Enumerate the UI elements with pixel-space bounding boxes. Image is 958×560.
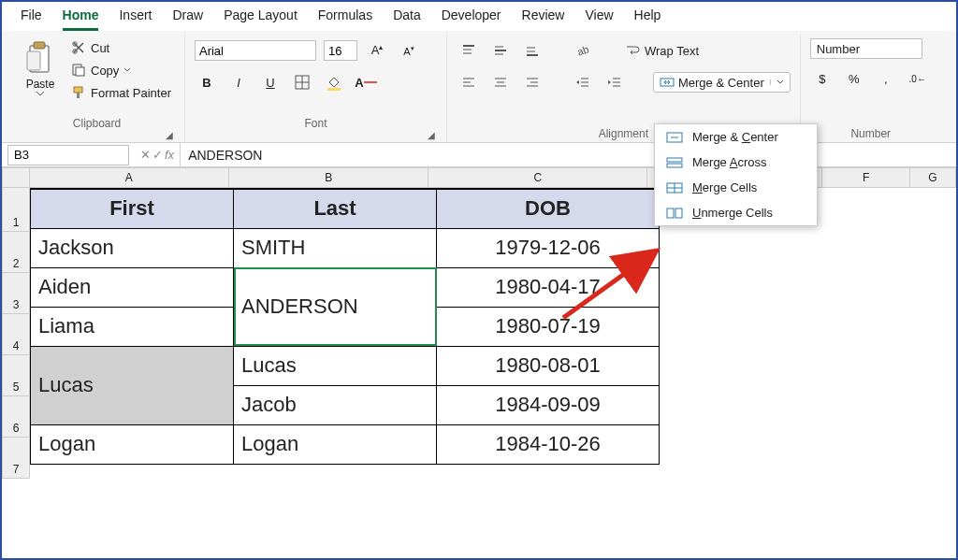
align-middle-button[interactable] xyxy=(488,38,513,63)
merge-cells-item[interactable]: Merge Cells xyxy=(655,175,817,200)
cell-A3[interactable]: Aiden xyxy=(31,267,234,307)
increase-indent-button[interactable] xyxy=(602,70,627,94)
comma-button[interactable]: , xyxy=(874,66,898,91)
merge-center-item[interactable]: Merge & Center xyxy=(655,124,817,150)
copy-button[interactable]: Copy xyxy=(67,61,175,79)
cell-C7[interactable]: 1984-10-26 xyxy=(437,424,660,464)
cell-B6[interactable]: Jacob xyxy=(234,385,437,424)
col-header-G[interactable]: G xyxy=(910,167,956,188)
number-format-select[interactable] xyxy=(810,38,922,59)
orientation-button[interactable]: ab xyxy=(571,38,595,63)
cell-B5[interactable]: Lucas xyxy=(234,346,437,385)
decrease-font-button[interactable]: A▾ xyxy=(397,38,421,63)
cell-C5[interactable]: 1980-08-01 xyxy=(437,346,660,385)
chevron-down-icon xyxy=(123,67,131,73)
row-header-3[interactable]: 3 xyxy=(2,273,30,314)
tab-data[interactable]: Data xyxy=(393,7,421,31)
enter-icon[interactable]: ✓ xyxy=(152,148,163,162)
paste-label: Paste xyxy=(26,78,55,91)
merge-dropdown-caret[interactable] xyxy=(770,79,784,85)
cell-C6[interactable]: 1984-09-09 xyxy=(437,385,660,424)
formula-bar[interactable]: ANDERSON xyxy=(180,143,956,166)
fx-icon[interactable]: fx xyxy=(165,148,174,162)
merge-center-button[interactable]: Merge & Center xyxy=(653,72,791,93)
name-box[interactable] xyxy=(7,145,129,165)
svg-rect-47 xyxy=(667,208,674,218)
header-first[interactable]: First xyxy=(31,189,234,228)
tab-home[interactable]: Home xyxy=(63,7,99,31)
row-header-4[interactable]: 4 xyxy=(2,314,30,355)
svg-rect-8 xyxy=(77,93,80,98)
cell-B2[interactable]: SMITH xyxy=(234,228,437,267)
tab-help[interactable]: Help xyxy=(634,7,661,31)
paste-button[interactable]: Paste xyxy=(19,38,62,98)
group-label-font: Font xyxy=(195,113,437,130)
font-launcher[interactable]: ◢ xyxy=(195,130,437,140)
group-label-number: Number xyxy=(810,123,932,140)
percent-button[interactable]: % xyxy=(842,66,866,91)
tab-view[interactable]: View xyxy=(585,7,613,31)
cell-A4[interactable]: Liama xyxy=(31,307,234,346)
col-header-B[interactable]: B xyxy=(229,167,428,188)
chevron-down-icon xyxy=(36,91,45,96)
tab-formulas[interactable]: Formulas xyxy=(318,7,372,31)
svg-rect-1 xyxy=(34,42,45,49)
row-header-7[interactable]: 7 xyxy=(2,438,30,479)
row-header-1[interactable]: 1 xyxy=(2,188,30,232)
fill-color-button[interactable] xyxy=(322,70,346,94)
copy-icon xyxy=(71,63,86,78)
borders-button[interactable] xyxy=(290,70,314,94)
increase-decimal-button[interactable]: .0← xyxy=(906,66,930,91)
col-header-A[interactable]: A xyxy=(30,167,229,188)
clipboard-launcher[interactable]: ◢ xyxy=(19,130,175,140)
font-size-input[interactable] xyxy=(324,40,357,61)
svg-rect-43 xyxy=(667,164,682,167)
tab-draw[interactable]: Draw xyxy=(172,7,203,31)
select-all-corner[interactable] xyxy=(2,167,30,188)
merge-across-item[interactable]: Merge Across xyxy=(655,150,817,175)
header-last[interactable]: Last xyxy=(234,189,437,228)
row-header-5[interactable]: 5 xyxy=(2,355,30,396)
cancel-icon[interactable]: ✕ xyxy=(140,148,151,162)
outdent-icon xyxy=(575,75,590,90)
cut-button[interactable]: Cut xyxy=(67,38,175,57)
col-header-F[interactable]: F xyxy=(822,167,909,188)
cell-A2[interactable]: Jackson xyxy=(31,228,234,267)
increase-font-button[interactable]: A▴ xyxy=(365,38,389,63)
row-header-2[interactable]: 2 xyxy=(2,232,30,273)
format-painter-button[interactable]: Format Painter xyxy=(67,83,175,102)
align-right-button[interactable] xyxy=(520,70,544,94)
align-bottom-button[interactable] xyxy=(520,38,544,63)
underline-button[interactable]: U xyxy=(258,70,283,94)
font-color-button[interactable]: A xyxy=(354,70,378,94)
wrap-icon xyxy=(625,43,640,58)
tab-review[interactable]: Review xyxy=(522,7,565,31)
col-header-C[interactable]: C xyxy=(428,167,647,188)
align-left-button[interactable] xyxy=(457,70,481,94)
group-font: A▴ A▾ B I U A Font◢ xyxy=(185,35,447,142)
row-header-6[interactable]: 6 xyxy=(2,396,30,438)
cut-label: Cut xyxy=(91,41,109,55)
currency-button[interactable]: $ xyxy=(810,66,835,91)
tab-developer[interactable]: Developer xyxy=(442,7,501,31)
border-icon xyxy=(295,75,310,90)
cell-B3-merged[interactable]: ANDERSON xyxy=(234,267,437,346)
merge-label: Merge & Center xyxy=(678,76,764,90)
tab-page-layout[interactable]: Page Layout xyxy=(224,7,298,31)
wrap-text-button[interactable]: Wrap Text xyxy=(621,41,703,60)
tab-insert[interactable]: Insert xyxy=(119,7,152,31)
cell-A5-merged[interactable]: Lucas xyxy=(31,346,234,424)
unmerge-cells-item[interactable]: Unmerge Cells xyxy=(655,200,817,225)
svg-rect-7 xyxy=(74,87,82,93)
merge-icon xyxy=(660,75,675,90)
header-dob[interactable]: DOB xyxy=(437,189,660,228)
italic-button[interactable]: I xyxy=(226,70,251,94)
align-top-button[interactable] xyxy=(457,38,481,63)
font-name-input[interactable] xyxy=(195,40,316,61)
bold-button[interactable]: B xyxy=(195,70,219,94)
decrease-indent-button[interactable] xyxy=(571,70,595,94)
align-center-button[interactable] xyxy=(488,70,513,94)
cell-A7[interactable]: Logan xyxy=(31,424,234,464)
tab-file[interactable]: File xyxy=(21,7,42,31)
cell-B7[interactable]: Logan xyxy=(234,424,437,464)
